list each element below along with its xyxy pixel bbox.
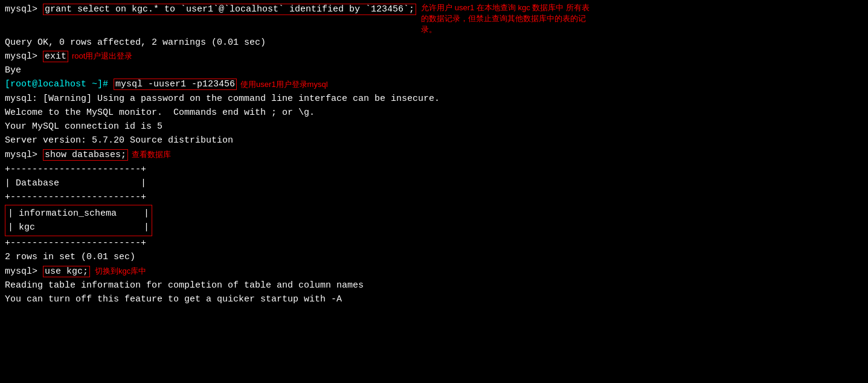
mysql-login-command: mysql -uuser1 -p123456: [114, 79, 237, 90]
grant-line: mysql> grant select on kgc.* to `user1`@…: [5, 2, 863, 36]
bye-line: Bye: [5, 63, 863, 77]
grant-annotation: 允许用户 user1 在本地查询 kgc 数据库中 所有表的数据记录，但禁止查询…: [421, 2, 590, 36]
query-ok-line: Query OK, 0 rows affected, 2 warnings (0…: [5, 36, 863, 50]
use-kgc-line: mysql> use kgc; 切换到kgc库中: [5, 265, 863, 278]
server-version-line: Server version: 5.7.20 Source distributi…: [5, 134, 863, 147]
rows-in-set-line: 2 rows in set (0.01 sec): [5, 250, 863, 264]
reading-line: Reading table information for completion…: [5, 278, 863, 292]
table-top-border: +------------------------+: [5, 163, 152, 176]
table-header-row: | Database |: [5, 176, 152, 190]
table-row: | kgc |: [5, 220, 152, 234]
grant-command: grant select on kgc.* to `user1`@`localh…: [43, 4, 416, 15]
show-databases-annotation: 查看数据库: [132, 149, 171, 161]
table-data-box: | information_schema | | kgc |: [5, 205, 152, 237]
table-bot-border: +------------------------+: [5, 236, 152, 250]
show-databases-command: show databases;: [43, 149, 128, 161]
use-kgc-command: use kgc;: [43, 266, 90, 277]
database-table: +------------------------+ | Database | …: [5, 163, 152, 251]
table-row: | information_schema |: [5, 207, 152, 220]
terminal: mysql> grant select on kgc.* to `user1`@…: [5, 2, 863, 306]
table-mid-border: +------------------------+: [5, 190, 152, 204]
exit-annotation: root用户退出登录: [72, 50, 132, 62]
show-databases-line: mysql> show databases; 查看数据库: [5, 148, 863, 162]
login-annotation: 使用user1用户登录mysql: [240, 79, 327, 91]
exit-line: mysql> exit root用户退出登录: [5, 50, 863, 63]
connection-line: Your MySQL connection id is 5: [5, 120, 863, 134]
warning-line: mysql: [Warning] Using a password on the…: [5, 92, 863, 106]
grant-line-text: mysql> grant select on kgc.* to `user1`@…: [5, 2, 416, 16]
root-login-line: [root@localhost ~]# mysql -uuser1 -p1234…: [5, 77, 863, 91]
turn-off-line: You can turn off this feature to get a q…: [5, 292, 863, 306]
welcome-line: Welcome to the MySQL monitor. Commands e…: [5, 106, 863, 120]
use-kgc-annotation: 切换到kgc库中: [95, 265, 146, 277]
exit-command: exit: [43, 51, 68, 62]
